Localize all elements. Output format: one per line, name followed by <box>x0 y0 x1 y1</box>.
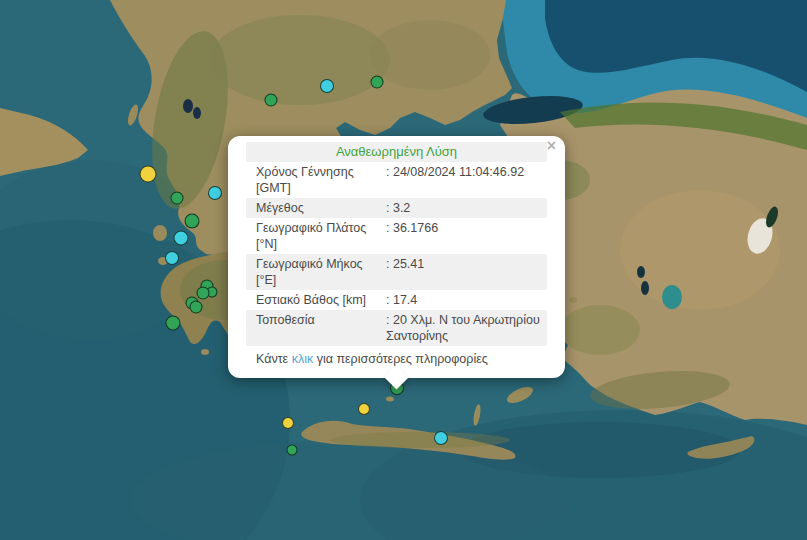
earthquake-marker[interactable] <box>174 231 189 246</box>
earthquake-marker[interactable] <box>358 403 370 415</box>
earthquake-popup: × Αναθεωρημένη Λύση Χρόνος Γέννησης [GMT… <box>228 136 565 378</box>
row-label: Μέγεθος <box>246 198 382 218</box>
row-value: : 20 Χλμ. Ν του Ακρωτηρίου Σαντορίνης <box>382 310 547 346</box>
row-label: Χρόνος Γέννησης [GMT] <box>246 162 382 198</box>
earthquake-marker[interactable] <box>265 94 278 107</box>
popup-row-location: Τοποθεσία : 20 Χλμ. Ν του Ακρωτηρίου Σαν… <box>246 310 547 346</box>
earthquake-marker[interactable] <box>371 76 384 89</box>
row-label: Γεωγραφικό Μήκος [°E] <box>246 254 382 290</box>
earthquake-marker[interactable] <box>166 316 181 331</box>
popup-title: Αναθεωρημένη Λύση <box>246 142 547 162</box>
earthquake-marker[interactable] <box>197 287 210 300</box>
earthquake-marker[interactable] <box>185 214 200 229</box>
popup-row-origin-time: Χρόνος Γέννησης [GMT] : 24/08/2024 11:04… <box>246 162 547 198</box>
earthquake-marker[interactable] <box>434 431 448 445</box>
popup-content: Αναθεωρημένη Λύση Χρόνος Γέννησης [GMT] … <box>228 136 565 378</box>
earthquake-marker[interactable] <box>165 251 179 265</box>
more-info-link[interactable]: κλικ <box>292 352 314 366</box>
row-value: : 17.4 <box>382 290 547 310</box>
row-label: Γεωγραφικό Πλάτος [°N] <box>246 218 382 254</box>
popup-row-magnitude: Μέγεθος : 3.2 <box>246 198 547 218</box>
earthquake-marker[interactable] <box>287 445 298 456</box>
earthquake-marker[interactable] <box>190 301 203 314</box>
close-icon[interactable]: × <box>545 136 558 156</box>
popup-row-longitude: Γεωγραφικό Μήκος [°E] : 25.41 <box>246 254 547 290</box>
earthquake-marker[interactable] <box>208 186 222 200</box>
row-label: Τοποθεσία <box>246 310 382 346</box>
row-label: Εστιακό Βάθος [km] <box>246 290 382 310</box>
row-value: : 24/08/2024 11:04:46.92 <box>382 162 547 198</box>
earthquake-map-viewport[interactable]: × Αναθεωρημένη Λύση Χρόνος Γέννησης [GMT… <box>0 0 807 540</box>
row-value: : 36.1766 <box>382 218 547 254</box>
popup-row-depth: Εστιακό Βάθος [km] : 17.4 <box>246 290 547 310</box>
footer-text-post: για περισσότερες πληροφορίες <box>313 352 488 366</box>
earthquake-marker[interactable] <box>282 417 294 429</box>
popup-row-latitude: Γεωγραφικό Πλάτος [°N] : 36.1766 <box>246 218 547 254</box>
earthquake-marker[interactable] <box>320 79 334 93</box>
footer-text-pre: Κάντε <box>256 352 292 366</box>
row-value: : 3.2 <box>382 198 547 218</box>
earthquake-marker[interactable] <box>171 192 184 205</box>
row-value: : 25.41 <box>382 254 547 290</box>
earthquake-marker[interactable] <box>140 166 157 183</box>
